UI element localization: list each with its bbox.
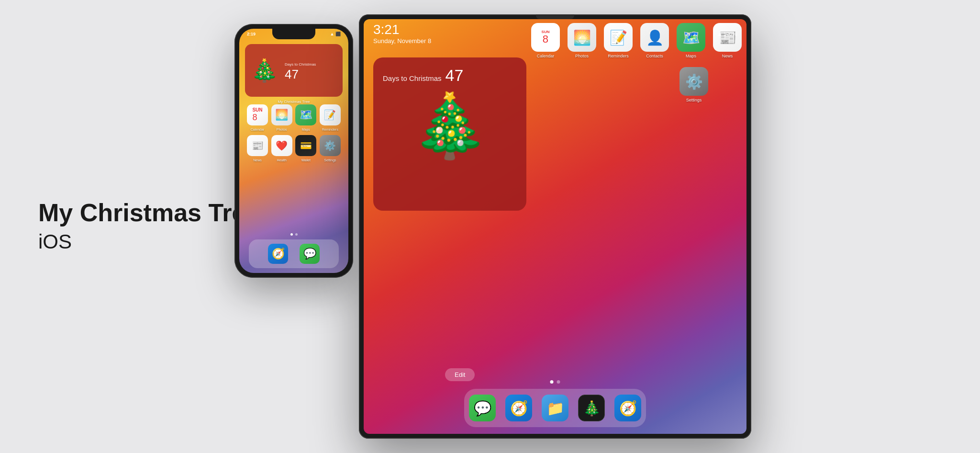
iphone-widget-tree-emoji: 🎄 bbox=[251, 57, 278, 83]
iphone-app-section-label: My Christmas Tree bbox=[239, 100, 348, 104]
iphone-body: 2:19 ▲ ⬛ 🎄 Days to Christmas 47 My Chris… bbox=[234, 24, 353, 278]
ipad-widget-label: Days to Christmas bbox=[383, 74, 442, 82]
iphone-app-photos[interactable]: 🌅 Photos bbox=[271, 104, 292, 125]
ipad-body: 3:21 Sunday, November 8 ▲ 100% SUN 8 bbox=[359, 14, 751, 439]
iphone-app-grid: SUN8 Calendar 🌅 Photos 🗺️ Maps 📝 Reminde… bbox=[247, 104, 341, 163]
ipad-status-right: ▲ 100% bbox=[717, 31, 737, 37]
app-platform: iOS bbox=[38, 231, 259, 254]
iphone-time: 2:19 bbox=[247, 32, 256, 36]
iphone-device: 2:19 ▲ ⬛ 🎄 Days to Christmas 47 My Chris… bbox=[234, 24, 353, 278]
ipad-dock-tree-app[interactable]: 🎄 bbox=[578, 395, 605, 421]
ipad-dock-messages[interactable]: 💬 bbox=[469, 395, 496, 421]
iphone-dock-safari[interactable]: 🧭 bbox=[268, 244, 288, 264]
ipad-battery: ▲ 100% bbox=[717, 31, 737, 37]
iphone-widget-count: 47 bbox=[285, 67, 316, 82]
ipad-screen: 3:21 Sunday, November 8 ▲ 100% SUN 8 bbox=[364, 19, 746, 434]
ipad-widget-count: 47 bbox=[445, 66, 464, 85]
app-title: My Christmas Tree bbox=[38, 199, 259, 226]
iphone-widget[interactable]: 🎄 Days to Christmas 47 bbox=[245, 44, 343, 97]
iphone-app-maps[interactable]: 🗺️ Maps bbox=[295, 104, 316, 125]
iphone-app-settings[interactable]: ⚙️ Settings bbox=[320, 135, 341, 156]
ipad-time: 3:21 bbox=[373, 23, 431, 36]
iphone-widget-label: Days to Christmas bbox=[285, 59, 316, 67]
iphone-dock-messages[interactable]: 💬 bbox=[300, 244, 320, 264]
ipad-settings-label: Settings bbox=[686, 98, 702, 102]
ipad-dot-2 bbox=[557, 380, 560, 384]
ipad-page-dots bbox=[550, 380, 560, 384]
iphone-app-news[interactable]: 📰 News bbox=[247, 135, 268, 156]
ipad-dock-files[interactable]: 📁 bbox=[542, 395, 568, 421]
ipad-edit-button[interactable]: Edit bbox=[445, 368, 475, 381]
iphone-notch bbox=[272, 29, 315, 39]
ipad-device: 3:21 Sunday, November 8 ▲ 100% SUN 8 bbox=[359, 14, 751, 439]
iphone-app-health[interactable]: ❤️ Health bbox=[271, 135, 292, 156]
iphone-dock: 🧭 💬 bbox=[249, 239, 339, 268]
ipad-widget[interactable]: Days to Christmas 47 🎄 bbox=[373, 57, 526, 211]
ipad-app-settings[interactable]: ⚙️ bbox=[679, 67, 708, 96]
ipad-date: Sunday, November 8 bbox=[373, 37, 431, 45]
ipad-camera-bar bbox=[536, 14, 574, 19]
iphone-dot-2 bbox=[295, 233, 298, 236]
ipad-dock-safari[interactable]: 🧭 bbox=[505, 395, 532, 421]
iphone-app-row-2: 📰 News ❤️ Health 💳 Wallet ⚙️ Settings bbox=[247, 135, 341, 156]
iphone-app-reminders[interactable]: 📝 Reminders bbox=[320, 104, 341, 125]
iphone-app-row-1: SUN8 Calendar 🌅 Photos 🗺️ Maps 📝 Reminde… bbox=[247, 104, 341, 125]
ipad-settings-area: ⚙️ Settings bbox=[679, 67, 708, 102]
iphone-app-wallet[interactable]: 💳 Wallet bbox=[295, 135, 316, 156]
ipad-widget-header: Days to Christmas 47 bbox=[383, 66, 463, 85]
ipad-dot-1 bbox=[550, 380, 554, 384]
iphone-app-calendar[interactable]: SUN8 Calendar bbox=[247, 104, 268, 125]
iphone-status-icons: ▲ ⬛ bbox=[330, 32, 341, 36]
ipad-dock: 💬 🧭 📁 🎄 🧭 bbox=[464, 389, 646, 427]
ipad-time-date: 3:21 Sunday, November 8 bbox=[373, 23, 431, 45]
iphone-dot-1 bbox=[290, 233, 293, 236]
left-panel: My Christmas Tree iOS bbox=[38, 199, 259, 253]
iphone-screen: 2:19 ▲ ⬛ 🎄 Days to Christmas 47 My Chris… bbox=[239, 29, 348, 273]
iphone-page-dots bbox=[239, 233, 348, 236]
ipad-status-bar: 3:21 Sunday, November 8 ▲ 100% bbox=[373, 23, 737, 45]
ipad-dock-safari-2[interactable]: 🧭 bbox=[614, 395, 641, 421]
ipad-widget-tree-emoji: 🎄 bbox=[411, 94, 489, 157]
